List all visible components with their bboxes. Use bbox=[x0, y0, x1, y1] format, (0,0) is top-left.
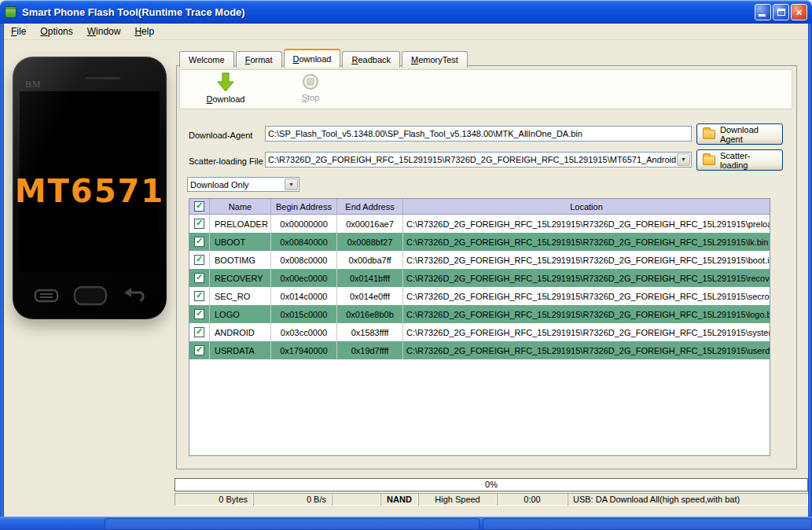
check-icon: ✓ bbox=[196, 255, 203, 263]
download-mode-select[interactable]: Download Only ▼ bbox=[187, 177, 299, 192]
status-empty bbox=[332, 493, 380, 506]
cell-name: ANDROID bbox=[210, 323, 271, 341]
cell-begin: 0x17940000 bbox=[271, 341, 337, 359]
check-icon: ✓ bbox=[196, 273, 203, 282]
table-row[interactable]: ✓ UBOOT 0x00840000 0x0088bf27 C:\R7326D_… bbox=[189, 233, 770, 251]
cell-name: PRELOADER bbox=[210, 215, 271, 233]
tab-bar: Welcome Format Download Readback MemoryT… bbox=[179, 49, 469, 68]
phone-speaker bbox=[85, 75, 121, 79]
cell-begin: 0x015c0000 bbox=[271, 305, 337, 323]
cell-location: C:\R7326D_2G_FOREIGH_RFC_15L291915\R7326… bbox=[403, 215, 770, 233]
table-row[interactable]: ✓ SEC_RO 0x014c0000 0x014e0fff C:\R7326D… bbox=[189, 287, 770, 305]
title-bar: Smart Phone Flash Tool(Runtime Trace Mod… bbox=[0, 0, 812, 24]
cell-begin: 0x014c0000 bbox=[271, 287, 337, 305]
close-icon: × bbox=[796, 7, 803, 17]
status-usb-speed: High Speed bbox=[418, 493, 497, 506]
row-checkbox[interactable]: ✓ bbox=[194, 273, 204, 283]
menu-window[interactable]: Window bbox=[80, 24, 128, 39]
stop-tool-label: Stop bbox=[302, 93, 320, 102]
stop-icon bbox=[302, 73, 319, 90]
header-location[interactable]: Location bbox=[403, 199, 770, 215]
tab-readback[interactable]: Readback bbox=[342, 51, 400, 68]
cell-end: 0x00016ae7 bbox=[337, 215, 403, 233]
status-bytes: 0 Bytes bbox=[175, 493, 253, 506]
download-agent-input[interactable]: C:\SP_Flash_Tool_v5.1348.00\SP_Flash_Too… bbox=[265, 126, 692, 142]
table-row[interactable]: ✓ USRDATA 0x17940000 0x19d7ffff C:\R7326… bbox=[189, 341, 770, 359]
check-icon: ✓ bbox=[196, 345, 203, 354]
check-icon: ✓ bbox=[196, 327, 203, 336]
phone-nav-buttons bbox=[13, 283, 167, 308]
chevron-down-icon[interactable]: ▼ bbox=[677, 153, 690, 166]
header-end-address[interactable]: End Address bbox=[337, 199, 403, 215]
table-header-row: ✓ Name Begin Address End Address Locatio… bbox=[189, 199, 770, 215]
taskbar-button[interactable] bbox=[483, 518, 812, 530]
cell-begin: 0x00840000 bbox=[271, 233, 337, 251]
close-button[interactable]: × bbox=[791, 4, 807, 20]
cell-location: C:\R7326D_2G_FOREIGH_RFC_15L291915\R7326… bbox=[403, 233, 770, 251]
tab-download[interactable]: Download bbox=[284, 49, 341, 68]
table-row[interactable]: ✓ RECOVERY 0x00ec0000 0x0141bfff C:\R732… bbox=[189, 269, 770, 287]
cell-begin: 0x008c0000 bbox=[271, 251, 337, 269]
cell-name: UBOOT bbox=[210, 233, 271, 251]
taskbar bbox=[0, 517, 812, 530]
phone-image: BM MT6571 bbox=[13, 57, 167, 319]
row-checkbox[interactable]: ✓ bbox=[194, 291, 204, 301]
toolbar bbox=[179, 69, 792, 109]
menu-help[interactable]: Help bbox=[127, 24, 161, 39]
tab-format[interactable]: Format bbox=[236, 51, 282, 68]
phone-chipset-label: MT6571 bbox=[13, 173, 167, 209]
folder-icon bbox=[703, 156, 715, 165]
cell-end: 0x0141bfff bbox=[337, 269, 403, 287]
tab-memorytest[interactable]: MemoryTest bbox=[402, 51, 468, 68]
menu-options[interactable]: Options bbox=[33, 24, 79, 39]
cell-end: 0x016e8b0b bbox=[337, 305, 403, 323]
check-icon: ✓ bbox=[196, 237, 203, 245]
download-arrow-icon bbox=[217, 72, 234, 92]
row-checkbox[interactable]: ✓ bbox=[194, 327, 204, 337]
cell-end: 0x00dba7ff bbox=[337, 251, 403, 269]
check-icon: ✓ bbox=[196, 291, 203, 300]
maximize-icon bbox=[777, 9, 785, 16]
phone-brand-label: BM bbox=[25, 79, 42, 90]
table-row[interactable]: ✓ ANDROID 0x03cc0000 0x1583ffff C:\R7326… bbox=[189, 323, 770, 341]
row-checkbox[interactable]: ✓ bbox=[194, 219, 204, 229]
app-icon bbox=[5, 6, 17, 18]
download-tool-button[interactable]: Download bbox=[197, 72, 255, 104]
table-row[interactable]: ✓ BOOTIMG 0x008c0000 0x00dba7ff C:\R7326… bbox=[189, 251, 770, 269]
cell-name: BOOTIMG bbox=[210, 251, 271, 269]
table-row[interactable]: ✓ LOGO 0x015c0000 0x016e8b0b C:\R7326D_2… bbox=[189, 305, 770, 323]
cell-begin: 0x00000000 bbox=[271, 215, 337, 233]
row-checkbox[interactable]: ✓ bbox=[194, 309, 204, 319]
row-checkbox[interactable]: ✓ bbox=[194, 237, 204, 247]
phone-back-icon bbox=[121, 286, 146, 305]
cell-location: C:\R7326D_2G_FOREIGH_RFC_15L291915\R7326… bbox=[403, 287, 770, 305]
progress-bar: 0% bbox=[175, 478, 808, 491]
cell-end: 0x19d7ffff bbox=[337, 341, 403, 359]
window-title: Smart Phone Flash Tool(Runtime Trace Mod… bbox=[22, 6, 753, 18]
row-checkbox[interactable]: ✓ bbox=[194, 255, 204, 265]
cell-begin: 0x00ec0000 bbox=[271, 269, 337, 287]
download-tool-label: Download bbox=[207, 94, 245, 104]
download-agent-button[interactable]: Download Agent bbox=[696, 123, 783, 145]
row-checkbox[interactable]: ✓ bbox=[194, 345, 204, 355]
header-begin-address[interactable]: Begin Address bbox=[271, 199, 337, 215]
taskbar-button[interactable] bbox=[105, 518, 479, 530]
scatter-file-value: C:\R7326D_2G_FOREIGH_RFC_15L291915\R7326… bbox=[266, 153, 676, 167]
cell-name: RECOVERY bbox=[210, 269, 271, 287]
menu-bar: File Options Window Help bbox=[4, 24, 808, 40]
tab-welcome[interactable]: Welcome bbox=[179, 51, 234, 68]
minimize-button[interactable] bbox=[755, 4, 771, 20]
select-all-checkbox[interactable]: ✓ bbox=[189, 199, 210, 215]
scatter-loading-button[interactable]: Scatter-loading bbox=[696, 149, 783, 171]
cell-location: C:\R7326D_2G_FOREIGH_RFC_15L291915\R7326… bbox=[403, 251, 770, 269]
header-name[interactable]: Name bbox=[210, 199, 271, 215]
chevron-down-icon[interactable]: ▼ bbox=[285, 179, 298, 190]
cell-name: SEC_RO bbox=[210, 287, 271, 305]
status-bar: 0 Bytes 0 B/s NAND High Speed 0:00 USB: … bbox=[175, 493, 808, 506]
maximize-button[interactable] bbox=[773, 4, 789, 20]
cell-name: LOGO bbox=[210, 305, 271, 323]
menu-file[interactable]: File bbox=[4, 24, 33, 39]
table-row[interactable]: ✓ PRELOADER 0x00000000 0x00016ae7 C:\R73… bbox=[189, 215, 770, 233]
check-icon: ✓ bbox=[196, 309, 203, 318]
scatter-file-combobox[interactable]: C:\R7326D_2G_FOREIGH_RFC_15L291915\R7326… bbox=[265, 152, 692, 167]
